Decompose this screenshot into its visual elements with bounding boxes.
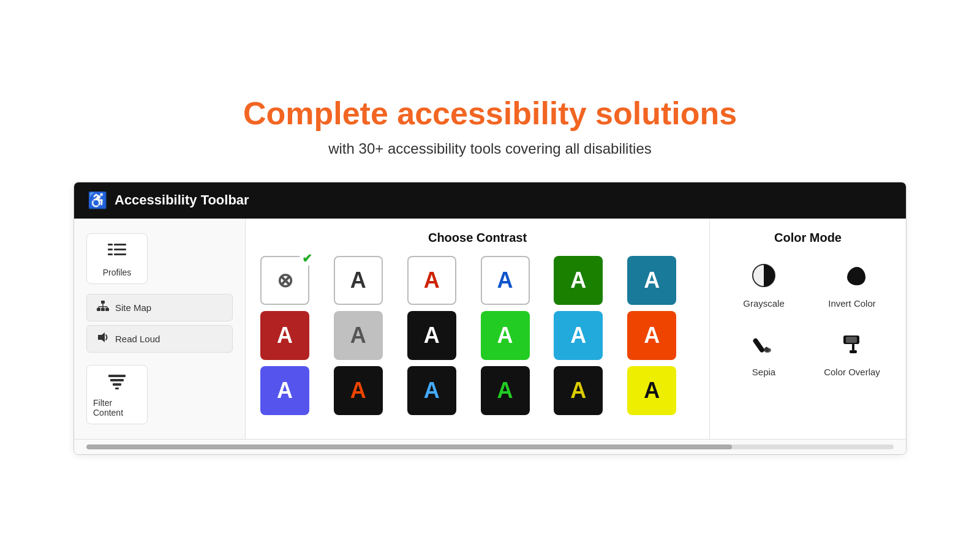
contrast-gray-bg[interactable]: A (334, 311, 383, 360)
color-overlay-button[interactable]: Color Overlay (813, 324, 891, 383)
accessibility-toolbar: ♿ Accessibility Toolbar (74, 182, 907, 455)
toolbar-body: Profiles (74, 219, 906, 439)
svg-rect-3 (114, 249, 126, 250)
scrollbar-track[interactable] (86, 444, 894, 449)
profiles-button[interactable]: Profiles (86, 233, 148, 284)
invert-color-icon (839, 262, 865, 293)
right-panel: Color Mode Grayscale (710, 219, 906, 439)
svg-rect-26 (852, 344, 854, 350)
contrast-red-bg[interactable]: A (260, 311, 309, 360)
svg-rect-6 (101, 301, 105, 304)
sepia-icon (750, 331, 777, 362)
filter-content-button[interactable]: Filter Content (86, 365, 148, 424)
toolbar-header: ♿ Accessibility Toolbar (74, 182, 906, 219)
svg-rect-7 (97, 308, 100, 311)
color-mode-grid: Grayscale Invert Color (725, 256, 891, 383)
svg-rect-17 (110, 379, 124, 381)
contrast-cyan-bg[interactable]: A (554, 311, 603, 360)
contrast-black-green[interactable]: A (481, 366, 530, 415)
sepia-button[interactable]: Sepia (725, 324, 803, 383)
contrast-default[interactable]: A (334, 256, 383, 305)
svg-marker-15 (98, 332, 105, 342)
svg-rect-9 (105, 308, 109, 311)
active-check: ✔ (300, 251, 314, 266)
contrast-black-blue[interactable]: A (407, 366, 456, 415)
site-map-label: Site Map (115, 302, 151, 313)
contrast-reset[interactable]: ⊗ ✔ (260, 256, 309, 305)
hero-section: Complete accessibility solutions with 30… (243, 96, 737, 157)
svg-rect-2 (108, 249, 113, 250)
profiles-icon (108, 242, 126, 264)
svg-rect-0 (108, 244, 113, 246)
site-map-button[interactable]: Site Map (86, 294, 233, 321)
icon-items-row: Profiles (86, 233, 233, 284)
toolbar-title: Accessibility Toolbar (115, 192, 249, 208)
sepia-label: Sepia (752, 367, 775, 377)
filter-content-icon (108, 374, 126, 394)
contrast-blue-text[interactable]: A (481, 256, 530, 305)
svg-rect-5 (114, 253, 126, 255)
hero-title: Complete accessibility solutions (243, 96, 737, 131)
contrast-black-orange[interactable]: A (334, 366, 383, 415)
hero-subtitle: with 30+ accessibility tools covering al… (243, 140, 737, 157)
grayscale-icon (750, 262, 777, 293)
menu-items: Site Map Read Loud (86, 294, 233, 353)
color-overlay-label: Color Overlay (824, 367, 880, 377)
svg-rect-18 (113, 383, 121, 386)
svg-rect-21 (752, 337, 765, 353)
contrast-black-yellow[interactable]: A (554, 366, 603, 415)
accessibility-icon: ♿ (88, 191, 107, 210)
scrollbar-thumb (86, 444, 732, 449)
svg-rect-4 (108, 253, 113, 255)
filter-content-row: Filter Content (86, 365, 233, 424)
contrast-grid: ⊗ ✔ A A A A A (260, 256, 695, 415)
svg-rect-1 (114, 244, 126, 246)
profiles-label: Profiles (103, 268, 132, 277)
contrast-red-text[interactable]: A (407, 256, 456, 305)
contrast-teal-bg[interactable]: A (627, 256, 676, 305)
color-mode-title: Color Mode (725, 231, 891, 245)
svg-rect-27 (850, 350, 857, 353)
site-map-icon (97, 301, 109, 315)
choose-contrast-title: Choose Contrast (260, 231, 695, 245)
middle-panel: Choose Contrast ⊗ ✔ A A A A (246, 219, 710, 439)
contrast-yellow-bg[interactable]: A (627, 366, 676, 415)
read-loud-button[interactable]: Read Loud (86, 325, 233, 353)
grayscale-button[interactable]: Grayscale (725, 256, 803, 315)
svg-rect-19 (115, 388, 119, 389)
filter-content-label: Filter Content (93, 398, 141, 418)
svg-rect-25 (846, 337, 857, 343)
contrast-green-bg[interactable]: A (554, 256, 603, 305)
contrast-black-bg[interactable]: A (407, 311, 456, 360)
read-loud-label: Read Loud (115, 334, 160, 344)
svg-rect-8 (101, 308, 105, 311)
color-overlay-icon (839, 331, 865, 362)
invert-color-button[interactable]: Invert Color (813, 256, 891, 315)
contrast-blue-bg-white[interactable]: A (260, 366, 309, 415)
svg-rect-16 (108, 375, 126, 377)
contrast-orange-bg[interactable]: A (627, 311, 676, 360)
scrollbar-area (74, 439, 906, 454)
contrast-lime-bg[interactable]: A (481, 311, 530, 360)
left-panel: Profiles (74, 219, 246, 439)
read-loud-icon (97, 332, 109, 346)
invert-color-label: Invert Color (828, 298, 876, 309)
grayscale-label: Grayscale (743, 298, 785, 309)
